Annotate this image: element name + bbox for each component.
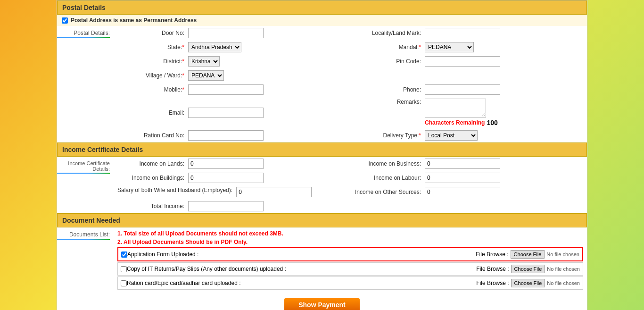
locality-label: Locality/Land Mark: [354, 30, 425, 36]
mobile-field: Mobile: [114, 83, 350, 97]
postal-same-checkbox[interactable] [62, 17, 68, 24]
show-payment-button[interactable]: Show Payment [284, 298, 360, 310]
pincode-field: Pin Code: [350, 54, 587, 68]
remarks-label: Remarks: [354, 99, 425, 105]
postal-sidebar-underline [57, 37, 110, 38]
email-field: Email: [114, 97, 350, 128]
delivery-label: Delivery Type: [354, 132, 425, 139]
income-business-field: Income on Business: [350, 157, 587, 171]
docs-sidebar-underline [57, 239, 110, 240]
doc1-no-file: No file chosen [546, 251, 579, 257]
income-lands-label: Income on Lands: [117, 160, 188, 167]
postal-sidebar-label: Postal Details: [57, 30, 110, 36]
total-income-input[interactable] [188, 201, 264, 211]
income-labour-label: Income on Labour: [354, 175, 425, 181]
income-main-col: Income on Lands: Income on Business: Inc… [114, 157, 587, 213]
income-lands-input[interactable] [188, 159, 264, 169]
other-sources-field: Income on Other Sources: [350, 185, 587, 199]
remarks-area: Characters Remaining 100 [425, 99, 498, 126]
pincode-label: Pin Code: [354, 58, 425, 65]
door-no-input[interactable] [188, 28, 264, 38]
phone-field: Phone: [350, 83, 587, 97]
postal-section-header: Postal Details [57, 0, 587, 15]
doc1-choose-file-btn[interactable]: Choose File [511, 250, 545, 259]
email-input[interactable] [188, 108, 264, 118]
ration-delivery-row: Ration Card No: Delivery Type: Local Pos… [114, 128, 587, 142]
doc3-label: Ration card/Epic card/aadhar card upload… [127, 280, 473, 286]
remarks-textarea[interactable] [425, 99, 486, 117]
remarks-field: Remarks: Characters Remaining 100 [350, 97, 587, 128]
doc3-choose-file-btn[interactable]: Choose File [511, 279, 545, 287]
doc1-browse-label: File Browse : [473, 251, 511, 258]
doc2-checkbox[interactable] [121, 266, 127, 272]
income-sidebar-underline [57, 173, 110, 174]
income-section-content: Income Certificate Details: Income on La… [57, 157, 587, 213]
phone-input[interactable] [425, 84, 500, 95]
email-label: Email: [117, 109, 188, 116]
income-lands-field: Income on Lands: [114, 157, 350, 171]
chars-remaining-label: Characters Remaining [425, 119, 485, 126]
doc1-row: Application Form Uploaded : File Browse … [117, 247, 583, 261]
postal-section-content: Postal Details: Door No: Locality/Land M… [57, 26, 587, 142]
salary-other-row: Salary of both Wife and Husband (Employe… [114, 185, 587, 199]
income-buildings-input[interactable] [188, 173, 264, 183]
salary-input[interactable] [236, 187, 312, 197]
district-pincode-row: District: Krishna Guntur Pin Code: [114, 54, 587, 68]
mobile-input[interactable] [188, 84, 264, 95]
doc3-checkbox[interactable] [121, 280, 127, 286]
doc2-choose-file-btn[interactable]: Choose File [511, 265, 545, 273]
postal-sidebar: Postal Details: [57, 26, 114, 142]
doc3-browse-label: File Browse : [473, 280, 511, 286]
state-label: State: [117, 44, 188, 50]
other-sources-input[interactable] [425, 187, 500, 197]
phone-label: Phone: [354, 86, 425, 93]
income-buildings-field: Income on Buildings: [114, 171, 350, 185]
docs-main-col: 1. Total size of all Upload Documents sh… [114, 227, 587, 293]
district-label: District: [117, 58, 188, 65]
document-section-header: Document Needed [57, 213, 587, 227]
delivery-field: Delivery Type: Local Post Speed Post Reg… [350, 128, 587, 142]
total-income-right [350, 199, 587, 213]
mandal-label: Mandal: [354, 44, 425, 50]
district-select[interactable]: Krishna Guntur [188, 56, 220, 67]
postal-address-same-row: Postal Address is same as Permanent Addr… [57, 15, 587, 26]
doc2-row: Copy of IT Returns/Pay Slips (Any other … [117, 262, 583, 276]
locality-input[interactable] [425, 28, 500, 38]
mandal-field: Mandal: PEDANA Machilipatnam [350, 40, 587, 54]
income-labour-input[interactable] [425, 173, 500, 183]
income-sidebar-label: Income Certificate Details: [57, 160, 110, 172]
village-row: Village / Ward: PEDANA [114, 68, 587, 83]
doc-note2: 2. All Upload Documents Should be in PDF… [117, 239, 583, 245]
locality-field: Locality/Land Mark: [350, 26, 587, 40]
village-select[interactable]: PEDANA [188, 70, 224, 81]
door-no-field: Door No: [114, 26, 350, 40]
doc2-no-file: No file chosen [547, 266, 580, 272]
pincode-input[interactable] [425, 56, 500, 67]
docs-sidebar-label: Documents List: [57, 231, 110, 238]
doc3-row: Ration card/Epic card/aadhar card upload… [117, 276, 583, 290]
mandal-select[interactable]: PEDANA Machilipatnam [425, 42, 474, 52]
delivery-select[interactable]: Local Post Speed Post Registered Post [425, 130, 478, 141]
salary-label: Salary of both Wife and Husband (Employe… [117, 187, 236, 194]
docs-sidebar: Documents List: [57, 227, 114, 293]
doc1-checkbox[interactable] [121, 251, 127, 258]
mobile-label: Mobile: [117, 86, 188, 93]
ration-label: Ration Card No: [117, 132, 188, 139]
total-income-row: Total Income: [114, 199, 587, 213]
lands-business-row: Income on Lands: Income on Business: [114, 157, 587, 171]
total-income-field: Total Income: [114, 199, 350, 213]
show-payment-container: Show Payment [57, 293, 587, 310]
chars-count: 100 [487, 119, 497, 126]
village-label: Village / Ward: [117, 72, 188, 79]
other-sources-label: Income on Other Sources: [354, 189, 425, 195]
state-select[interactable]: Andhra Pradesh Telangana [188, 42, 241, 52]
salary-field: Salary of both Wife and Husband (Employe… [114, 185, 350, 199]
state-mandal-row: State: Andhra Pradesh Telangana Mandal: … [114, 40, 587, 54]
doc-note1: 1. Total size of all Upload Documents sh… [117, 230, 583, 237]
doc3-no-file: No file chosen [547, 280, 580, 286]
ration-input[interactable] [188, 130, 264, 141]
income-buildings-label: Income on Buildings: [117, 175, 188, 181]
postal-main-col: Door No: Locality/Land Mark: State: Andh… [114, 26, 587, 142]
income-business-input[interactable] [425, 159, 500, 169]
village-field: Village / Ward: PEDANA [114, 68, 350, 83]
